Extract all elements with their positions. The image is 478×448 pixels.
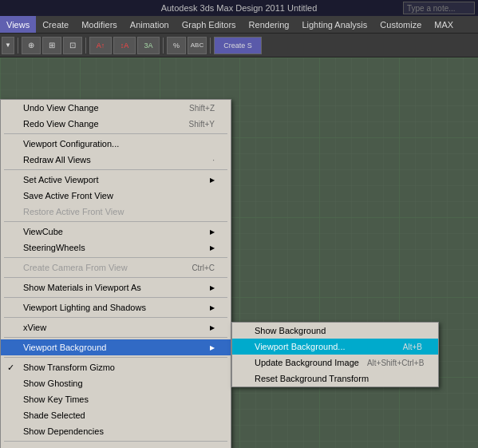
menu-show-materials[interactable]: Show Materials in Viewport As — [1, 280, 231, 295]
sep-4 — [4, 257, 227, 258]
toolbar-sep2 — [85, 38, 86, 54]
sep-7 — [4, 317, 227, 318]
menu-save-active[interactable]: Save Active Front View — [1, 188, 231, 204]
views-dropdown-menu: Undo View Change Shift+Z Redo View Chang… — [0, 99, 231, 448]
menu-create-camera-shortcut: Ctrl+C — [192, 264, 215, 272]
toolbar-btn-8[interactable]: ABC — [188, 37, 207, 54]
menu-shade-selected[interactable]: Shade Selected — [1, 407, 231, 423]
submenu-update-bg[interactable]: Update Background Image Alt+Shift+Ctrl+B — [232, 355, 438, 371]
menu-show-transform-gizmo[interactable]: ✓ Show Transform Gizmo — [1, 359, 231, 375]
sep-6 — [4, 297, 227, 298]
menu-viewport-lighting[interactable]: Viewport Lighting and Shadows — [1, 299, 231, 315]
toolbar-sep4 — [210, 38, 211, 54]
menu-redraw-all[interactable]: Redraw All Views · — [1, 152, 231, 168]
menu-item-views[interactable]: Views — [0, 16, 36, 33]
menu-viewport-config[interactable]: Viewport Configuration... — [1, 136, 231, 152]
title-text: Autodesk 3ds Max Design 2011 Untitled — [161, 3, 318, 13]
sep-8 — [4, 337, 227, 338]
submenu-reset-bg-label: Reset Background Transform — [255, 374, 369, 383]
sep-9 — [4, 357, 227, 358]
title-bar-right — [403, 0, 475, 16]
menu-item-animation[interactable]: Animation — [124, 16, 176, 33]
menu-show-ghosting[interactable]: Show Ghosting — [1, 375, 231, 391]
toolbar-btn-5[interactable]: ↕A — [113, 37, 136, 54]
menu-create-camera-label: Create Camera From View — [23, 263, 128, 272]
submenu-show-bg-label: Show Background — [255, 326, 326, 335]
menu-item-customize[interactable]: Customize — [373, 16, 428, 33]
toolbar-sep3 — [163, 38, 164, 54]
menu-item-create[interactable]: Create — [36, 16, 75, 33]
menu-update-spinner[interactable]: ✓ Update During Spinner Drag — [1, 443, 231, 448]
toolbar-btn-7[interactable]: % — [167, 37, 186, 54]
menu-steeringwheels[interactable]: SteeringWheels — [1, 240, 231, 256]
toolbar-btn-1[interactable]: ⊕ — [22, 37, 41, 54]
menu-undo-label: Undo View Change — [23, 103, 99, 113]
menu-redo-label: Redo View Change — [23, 119, 99, 129]
menu-show-dependencies-label: Show Dependencies — [23, 426, 104, 436]
sep-10 — [4, 441, 227, 442]
menu-redo-shortcut: Shift+Y — [188, 120, 215, 129]
menu-undo-view-change[interactable]: Undo View Change Shift+Z — [1, 100, 231, 116]
submenu-viewport-bg-shortcut: Alt+B — [403, 343, 422, 351]
menu-item-rendering[interactable]: Rendering — [243, 16, 296, 33]
menu-set-active-viewport[interactable]: Set Active Viewport — [1, 172, 231, 188]
submenu-viewport-bg[interactable]: Viewport Background... Alt+B — [232, 339, 438, 355]
title-bar: Autodesk 3ds Max Design 2011 Untitled — [0, 0, 478, 16]
submenu-update-bg-label: Update Background Image — [255, 358, 359, 367]
menu-bar: Views Create Modifiers Animation Graph E… — [0, 16, 478, 34]
menu-show-key-times-label: Show Key Times — [23, 394, 89, 404]
viewport-background-submenu: Show Background Viewport Background... A… — [231, 322, 439, 387]
menu-undo-shortcut: Shift+Z — [189, 104, 215, 113]
menu-create-camera[interactable]: Create Camera From View Ctrl+C — [1, 260, 231, 276]
sep-5 — [4, 277, 227, 278]
menu-viewcube-label: ViewCube — [23, 227, 63, 236]
submenu-viewport-bg-label: Viewport Background... — [255, 342, 346, 351]
search-input[interactable] — [403, 2, 475, 14]
menu-redo-view-change[interactable]: Redo View Change Shift+Y — [1, 116, 231, 132]
menu-xview-label: xView — [23, 323, 46, 332]
menu-show-transform-gizmo-label: Show Transform Gizmo — [23, 363, 115, 372]
menu-set-active-label: Set Active Viewport — [23, 175, 99, 184]
main-layout: Undo View Change Shift+Z Redo View Chang… — [0, 57, 478, 448]
submenu-reset-bg[interactable]: Reset Background Transform — [232, 371, 438, 387]
toolbar-btn-2[interactable]: ⊞ — [42, 37, 61, 54]
menu-item-graph-editors[interactable]: Graph Editors — [176, 16, 243, 33]
check-transform-gizmo: ✓ — [7, 363, 14, 373]
toolbar-btn-6[interactable]: 3A — [137, 37, 160, 54]
toolbar-btn-4[interactable]: A↑ — [89, 37, 112, 54]
submenu-update-bg-shortcut: Alt+Shift+Ctrl+B — [367, 359, 424, 367]
toolbar-btn-create[interactable]: Create S — [214, 37, 262, 54]
menu-show-key-times[interactable]: Show Key Times — [1, 391, 231, 407]
sep-1 — [4, 133, 227, 134]
toolbar-sep1 — [18, 38, 18, 54]
menu-item-max[interactable]: MAX — [428, 16, 460, 33]
sep-2 — [4, 169, 227, 170]
menu-viewport-bg-label: Viewport Background — [23, 343, 106, 352]
menu-xview[interactable]: xView — [1, 319, 231, 335]
menu-show-dependencies[interactable]: Show Dependencies — [1, 423, 231, 439]
menu-redraw-label: Redraw All Views — [23, 155, 91, 165]
menu-save-active-label: Save Active Front View — [23, 191, 113, 200]
menu-restore-active[interactable]: Restore Active Front View — [1, 204, 231, 220]
menu-show-materials-label: Show Materials in Viewport As — [23, 283, 141, 292]
menu-redraw-shortcut: · — [212, 156, 215, 165]
menu-shade-selected-label: Shade Selected — [23, 410, 85, 420]
submenu-show-bg[interactable]: Show Background — [232, 323, 438, 339]
toolbar-dropdown[interactable]: ▼ — [2, 37, 14, 54]
menu-viewport-config-label: Viewport Configuration... — [23, 139, 119, 149]
sep-3 — [4, 221, 227, 222]
menu-viewport-background[interactable]: Viewport Background — [1, 339, 231, 355]
toolbar-btn-3[interactable]: ⊡ — [63, 37, 82, 54]
menu-viewport-lighting-label: Viewport Lighting and Shadows — [23, 303, 146, 312]
menu-show-ghosting-label: Show Ghosting — [23, 379, 83, 388]
menu-steeringwheels-label: SteeringWheels — [23, 243, 85, 252]
menu-viewcube[interactable]: ViewCube — [1, 224, 231, 240]
menu-item-modifiers[interactable]: Modifiers — [75, 16, 124, 33]
menu-restore-label: Restore Active Front View — [23, 207, 124, 216]
menu-item-lighting[interactable]: Lighting Analysis — [295, 16, 373, 33]
toolbar: ▼ ⊕ ⊞ ⊡ A↑ ↕A 3A % ABC Create S — [0, 34, 478, 57]
